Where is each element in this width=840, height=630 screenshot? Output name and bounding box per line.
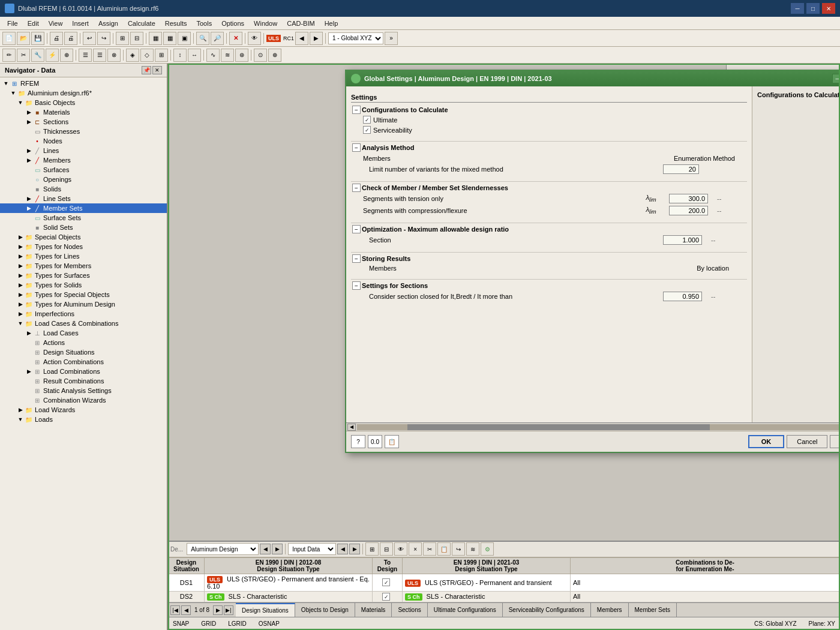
dialog-window-controls[interactable]: ─ □ ✕ [832,74,840,83]
hscroll-left-button[interactable]: ◀ [347,424,356,431]
render3-button[interactable]: ▣ [178,32,191,45]
menu-file[interactable]: File [2,19,23,28]
nav-expand-loads[interactable]: ▼ [17,416,24,423]
nav-expand-membersets[interactable]: ▶ [25,205,32,212]
page-last-button[interactable]: ▶| [224,605,233,615]
menu-edit[interactable]: Edit [23,19,44,28]
nav-expand-typessolids[interactable]: ▶ [17,281,24,289]
cell-ds1-check[interactable]: ✓ [373,574,403,591]
nav-item-loadwizards[interactable]: ▶ 📁 Load Wizards [0,405,167,415]
tb2-btn5[interactable]: ⊕ [60,49,73,62]
expand-storing[interactable]: − [352,254,361,263]
bottom-tb-btn1[interactable]: ⊞ [365,542,379,556]
nav-expand-surfaces[interactable] [25,166,32,173]
aluminum-design-dropdown[interactable]: Aluminum Design [187,543,259,555]
nav-item-imperfections[interactable]: ▶ 📁 Imperfections [0,309,167,319]
nav-item-typesnodes[interactable]: ▶ 📁 Types for Nodes [0,242,167,251]
next-button[interactable]: ▶ [310,32,323,45]
menu-options[interactable]: Options [217,19,249,28]
nav-expand-members[interactable]: ▶ [25,157,32,164]
tab-design-situations[interactable]: Design Situations [236,603,295,617]
tab-ultimate-configurations[interactable]: Ultimate Configurations [428,603,503,617]
zoom-button[interactable]: 🔍 [196,32,209,45]
tab-materials[interactable]: Materials [355,603,392,617]
nav-item-combwizards[interactable]: ⊞ Combination Wizards [0,395,167,405]
nav-expand-nodes[interactable] [25,137,32,145]
nav-expand-materials[interactable]: ▶ [25,109,32,116]
nav-expand-solids[interactable] [25,185,32,193]
nav-expand-sections[interactable]: ▶ [25,118,32,125]
nav-item-loadcases[interactable]: ▶ ⊥ Load Cases [0,328,167,338]
ok-button[interactable]: OK [748,435,785,448]
nav-item-typessolids[interactable]: ▶ 📁 Types for Solids [0,280,167,290]
nav-expand-imperfections[interactable]: ▶ [17,310,24,317]
settings-sections-input[interactable] [663,292,702,301]
new-button[interactable]: 📄 [2,32,16,45]
nav-expand-combwizards[interactable] [25,397,32,404]
bottom-tb-btn9[interactable]: ⚙ [481,542,494,556]
nav-item-typesspecial[interactable]: ▶ 📁 Types for Special Objects [0,290,167,299]
tb2-btn4[interactable]: ⚡ [46,49,59,62]
nav-expand-file[interactable]: ▼ [10,89,17,97]
tb2-btn7[interactable]: ☰ [93,49,106,62]
nav-item-typeslines[interactable]: ▶ 📁 Types for Lines [0,251,167,261]
menu-cadbim[interactable]: CAD-BIM [282,19,319,28]
nav-item-typesaluminum[interactable]: ▶ 📁 Types for Aluminum Design [0,299,167,309]
maximize-button[interactable]: □ [806,3,820,14]
reset-button[interactable]: 0.0 [368,435,382,448]
expand-optimization[interactable]: − [352,225,361,233]
bottom-tb-btn7[interactable]: ↪ [452,542,465,556]
nav-expand-typeslines[interactable]: ▶ [17,253,24,260]
bottom-tb-btn5[interactable]: ✂ [423,542,436,556]
menu-calculate[interactable]: Calculate [123,19,160,28]
nav-item-staticanalysis[interactable]: ⊞ Static Analysis Settings [0,386,167,395]
nav-item-file[interactable]: ▼ 📁 Aluminium design.rf6* [0,88,167,98]
nav-item-linesets[interactable]: ▶ ╱ Line Sets [0,194,167,203]
nav-expand-typesnodes[interactable]: ▶ [17,243,24,250]
nav-expand-typessurfaces[interactable]: ▶ [17,272,24,279]
nav-item-typesmembers[interactable]: ▶ 📁 Types for Members [0,261,167,271]
nav-expand-rfem[interactable]: ▼ [2,80,10,87]
nav-expand-lines[interactable]: ▶ [25,147,32,154]
nav-expand-actions[interactable] [25,339,32,346]
nav-item-loads[interactable]: ▼ 📁 Loads [0,415,167,424]
tb2-btn15[interactable]: ≋ [221,49,234,62]
inputdata-prev-button[interactable]: ◀ [337,544,348,554]
nav-expand-resultcomb[interactable] [25,377,32,385]
menu-assign[interactable]: Assign [94,19,123,28]
nav-item-typessurfaces[interactable]: ▶ 📁 Types for Surfaces [0,271,167,280]
help-button[interactable]: ? [351,435,365,448]
bottom-tb-btn4[interactable]: × [409,542,422,556]
dialog-hscrollbar[interactable]: ◀ ▶ [346,422,840,431]
undo-button[interactable]: ↩ [83,32,96,45]
copy-button[interactable]: 📋 [385,435,399,448]
menu-tools[interactable]: Tools [191,19,217,28]
inputdata-next-button[interactable]: ▶ [349,544,360,554]
nav-expand-loadcases-combo[interactable]: ▼ [17,320,24,327]
nav-item-rfem[interactable]: ▼ ⊞ RFEM [0,79,167,88]
tb2-btn18[interactable]: ⊕ [268,49,281,62]
expand-settings-sections[interactable]: − [352,281,361,290]
print-button[interactable]: 🖨 [50,32,63,45]
nav-item-nodes[interactable]: • Nodes [0,136,167,146]
redo-button[interactable]: ↪ [97,32,110,45]
nav-item-actions[interactable]: ⊞ Actions [0,338,167,347]
checkbox-serviceability[interactable]: ✓ [363,126,371,134]
nav-item-openings[interactable]: ○ Openings [0,175,167,184]
nav-expand-openings[interactable] [25,176,32,183]
menu-results[interactable]: Results [160,19,192,28]
view-dropdown[interactable]: 1 - Global XYZ [328,32,383,44]
nav-item-actioncomb[interactable]: ⊞ Action Combinations [0,357,167,367]
bottom-tb-btn3[interactable]: 👁 [394,542,407,556]
minimize-button[interactable]: ─ [791,3,804,14]
tb2-btn2[interactable]: ✂ [17,49,30,62]
tb2-btn11[interactable]: ⊞ [155,49,168,62]
menu-window[interactable]: Window [249,19,282,28]
nav-expand-typesaluminum[interactable]: ▶ [17,301,24,308]
tab-serviceability-configurations[interactable]: Serviceability Configurations [503,603,591,617]
tb2-btn3[interactable]: 🔧 [31,49,44,62]
page-prev-button[interactable]: ◀ [181,605,191,615]
menu-help[interactable]: Help [320,19,343,28]
nav-item-sections[interactable]: ▶ ⊏ Sections [0,117,167,127]
nav-item-basicobjects[interactable]: ▼ 📁 Basic Objects [0,98,167,107]
